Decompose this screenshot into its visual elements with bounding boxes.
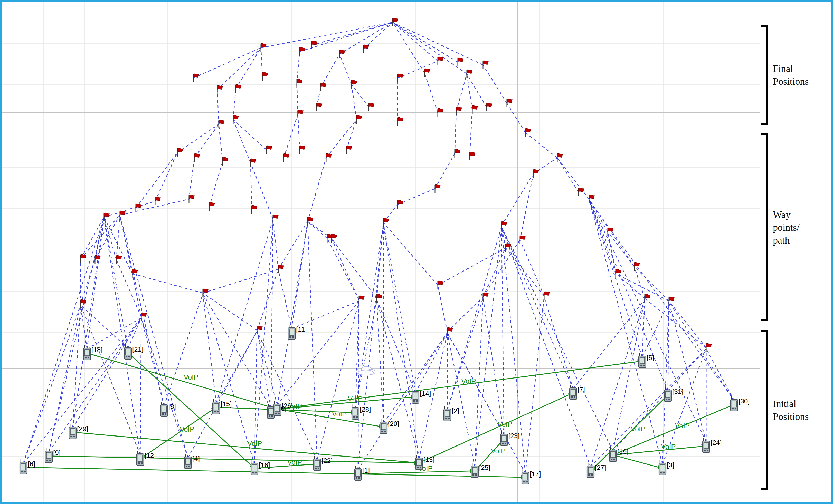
waypoint-flag[interactable] (398, 117, 403, 126)
waypoint-flag[interactable] (557, 153, 563, 162)
waypoint-flag[interactable] (645, 294, 650, 303)
waypoint-flag[interactable] (219, 120, 224, 128)
flag-icon (398, 117, 403, 121)
waypoint-flag[interactable] (223, 157, 228, 166)
waypoint-flag[interactable] (81, 300, 86, 308)
waypoint-flag[interactable] (317, 103, 322, 111)
voip-link[interactable] (23, 467, 525, 477)
mobile-node[interactable]: [29] (69, 424, 88, 439)
mobile-node[interactable]: [9] (45, 448, 61, 463)
waypoint-flag[interactable] (297, 79, 302, 87)
waypoint-flag[interactable] (520, 235, 525, 244)
device-screen (666, 392, 670, 398)
waypoint-flag[interactable] (363, 45, 369, 53)
waypoint-flag[interactable] (369, 103, 374, 111)
waypoint-flag[interactable] (456, 107, 462, 115)
voip-link[interactable] (358, 471, 475, 474)
waypoint-flag[interactable] (458, 58, 463, 66)
simulation-canvas[interactable]: VoIPVoIPVoIPVoIPVoIPVoIPVoIPVoIPVoIPVoIP… (2, 2, 760, 502)
waypoint-flag[interactable] (506, 244, 511, 252)
trajectory-segment (501, 227, 591, 467)
mobile-node[interactable]: [5] (639, 353, 654, 368)
waypoint-flag[interactable] (332, 234, 337, 243)
trajectory-segment (23, 218, 104, 463)
mobile-node[interactable]: [6] (20, 459, 35, 474)
node-label: [9] (53, 449, 61, 456)
trajectory-segment (326, 120, 356, 158)
mobile-node[interactable]: [15] (213, 399, 232, 414)
waypoint-flag[interactable] (467, 70, 472, 78)
waypoint-flag[interactable] (284, 153, 289, 162)
waypoint-flag[interactable] (155, 197, 161, 205)
waypoint-flag[interactable] (435, 184, 441, 193)
waypoint-flag[interactable] (578, 188, 584, 196)
trajectory-segment (203, 294, 216, 403)
waypoint-flag[interactable] (483, 60, 489, 69)
trajectory-segment (273, 219, 278, 269)
flag-icon (194, 153, 200, 157)
waypoint-flag[interactable] (189, 195, 194, 203)
flag-icon (95, 255, 100, 259)
waypoint-flag[interactable] (525, 128, 531, 137)
flag-icon (472, 105, 478, 109)
mobile-node[interactable]: [3] (659, 460, 674, 475)
waypoint-flag[interactable] (116, 255, 122, 264)
voip-link[interactable] (613, 455, 663, 468)
flag-icon (392, 18, 398, 22)
waypoint-flag[interactable] (383, 218, 389, 227)
waypoint-flag[interactable] (194, 153, 200, 162)
waypoint-flag[interactable] (252, 205, 257, 214)
waypoint-flag[interactable] (347, 146, 352, 154)
mobile-node[interactable]: [18] (84, 345, 102, 360)
waypoint-flag[interactable] (266, 146, 272, 154)
waypoint-flag[interactable] (236, 84, 241, 93)
mobile-node[interactable]: [28] (352, 404, 371, 419)
node-label: [5] (647, 354, 654, 361)
trajectory-segment (355, 224, 383, 408)
voip-link[interactable] (87, 353, 277, 409)
waypoint-flag[interactable] (483, 293, 489, 301)
waypoint-flag[interactable] (300, 146, 305, 154)
waypoint-flag[interactable] (507, 99, 512, 107)
waypoint-flag[interactable] (177, 148, 183, 156)
mobile-node[interactable]: [11] (288, 325, 307, 339)
mobile-node[interactable]: [1] (354, 465, 370, 480)
waypoint-flag[interactable] (359, 296, 364, 304)
waypoint-flag[interactable] (217, 85, 223, 94)
waypoint-flag[interactable] (455, 149, 460, 157)
waypoint-flag[interactable] (326, 153, 332, 162)
waypoint-flag[interactable] (470, 152, 475, 160)
waypoint-flag[interactable] (278, 265, 284, 273)
trajectory-segment (233, 120, 266, 150)
waypoint-flag[interactable] (472, 105, 478, 114)
voip-link[interactable] (49, 456, 419, 463)
waypoint-flag[interactable] (616, 269, 621, 278)
device-screen (289, 329, 294, 335)
waypoint-flag[interactable] (257, 326, 262, 334)
node-label: [24] (711, 439, 721, 447)
mobile-node[interactable]: [21] (124, 344, 143, 359)
trajectory-segment (300, 22, 392, 52)
waypoint-flag[interactable] (81, 254, 86, 263)
mobile-node[interactable]: [4] (184, 454, 200, 469)
waypoint-flag[interactable] (352, 80, 357, 89)
trajectory-segment (706, 349, 734, 400)
trajectory-segment (203, 294, 271, 408)
flag-icon (278, 265, 284, 269)
voip-link[interactable] (140, 407, 216, 459)
mobile-node[interactable]: [20] (380, 419, 399, 434)
trajectory-segment (49, 218, 104, 452)
voip-label: VoIP (661, 443, 676, 451)
mobile-node[interactable]: [7] (570, 385, 585, 400)
waypoint-flag[interactable] (356, 115, 362, 124)
waypoint-flag[interactable] (251, 158, 256, 167)
waypoint-flag[interactable] (262, 72, 268, 81)
waypoint-flag[interactable] (209, 202, 215, 211)
scenario-map[interactable]: VoIPVoIPVoIPVoIPVoIPVoIPVoIPVoIPVoIPVoIP… (2, 2, 760, 502)
trajectory-segment (209, 161, 223, 207)
waypoint-flag[interactable] (438, 57, 443, 65)
waypoint-flag[interactable] (486, 103, 492, 111)
waypoint-flag[interactable] (321, 83, 326, 91)
waypoint-flag[interactable] (273, 215, 278, 223)
waypoint-flag[interactable] (298, 110, 303, 118)
